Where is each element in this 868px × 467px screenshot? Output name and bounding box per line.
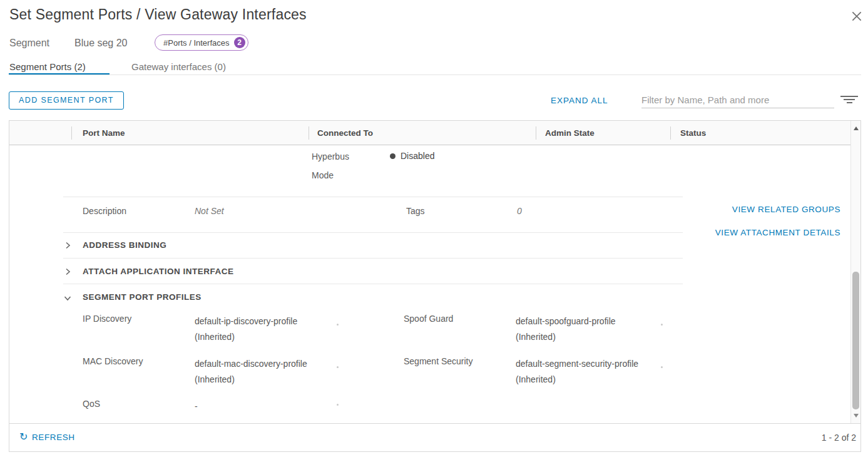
hyperbus-mode-value-text: Disabled (401, 151, 434, 161)
vertical-scrollbar[interactable] (850, 121, 860, 423)
profile-marker-dot (337, 324, 339, 326)
spoof-guard-value: default-spoofguard-profile (Inherited) (516, 314, 648, 345)
chip-label: #Ports / Interfaces (163, 38, 230, 48)
pagination-text: 1 - 2 of 2 (822, 433, 856, 443)
divider (63, 284, 683, 284)
tab-segment-ports[interactable]: Segment Ports (2) (9, 61, 86, 72)
tabs-divider (9, 74, 861, 75)
profile-marker-dot (337, 366, 339, 368)
set-segment-ports-dialog: Set Segment Ports / View Gateway Interfa… (0, 0, 868, 467)
tags-label: Tags (406, 206, 425, 216)
tab-gateway-interfaces[interactable]: Gateway interfaces (0) (131, 61, 226, 72)
segment-label: Segment (9, 38, 49, 49)
profile-marker-dot (661, 366, 663, 368)
chevron-down-icon[interactable] (63, 294, 72, 302)
column-header-status[interactable]: Status (680, 128, 706, 138)
column-separator (536, 126, 536, 140)
segment-security-value: default-segment-security-profile (Inheri… (516, 356, 648, 387)
filter-input[interactable] (641, 92, 834, 108)
mac-discovery-label: MAC Discovery (83, 356, 143, 366)
close-icon[interactable] (850, 10, 863, 23)
ip-discovery-label: IP Discovery (83, 314, 131, 324)
table-footer: ↻ REFRESH 1 - 2 of 2 (9, 423, 860, 451)
view-attachment-details-link[interactable]: VIEW ATTACHMENT DETAILS (715, 228, 840, 237)
divider (63, 232, 683, 233)
refresh-label: REFRESH (32, 433, 75, 442)
section-attach-application-interface[interactable]: ATTACH APPLICATION INTERFACE (83, 267, 234, 276)
profile-marker-dot (661, 324, 663, 326)
expand-all-link[interactable]: EXPAND ALL (551, 96, 608, 105)
tags-value: 0 (517, 206, 522, 216)
profile-marker-dot (337, 404, 339, 406)
filter-icon[interactable] (840, 96, 859, 105)
disabled-status-dot-icon (390, 153, 396, 159)
hyperbus-mode-value: Disabled (390, 151, 434, 161)
ports-interfaces-chip[interactable]: #Ports / Interfaces 2 (155, 34, 248, 51)
segment-security-label: Segment Security (404, 356, 473, 366)
refresh-icon: ↻ (19, 432, 28, 442)
section-segment-port-profiles[interactable]: SEGMENT PORT PROFILES (83, 292, 202, 302)
section-address-binding[interactable]: ADDRESS BINDING (83, 240, 166, 250)
chevron-right-icon[interactable] (63, 267, 72, 276)
column-header-port-name[interactable]: Port Name (83, 128, 125, 138)
column-separator (670, 126, 671, 140)
refresh-button[interactable]: ↻ REFRESH (19, 432, 75, 442)
page-title: Set Segment Ports / View Gateway Interfa… (9, 6, 307, 23)
description-value: Not Set (195, 206, 224, 216)
qos-label: QoS (83, 399, 100, 409)
view-related-groups-link[interactable]: VIEW RELATED GROUPS (732, 205, 840, 214)
scroll-down-arrow-icon[interactable] (854, 414, 859, 418)
column-header-admin-state[interactable]: Admin State (545, 128, 595, 138)
divider (63, 258, 683, 259)
column-separator (309, 126, 309, 140)
column-separator (71, 126, 72, 140)
spoof-guard-label: Spoof Guard (404, 314, 453, 324)
scrollbar-thumb[interactable] (852, 272, 859, 409)
description-label: Description (83, 206, 126, 216)
divider (63, 197, 683, 197)
chevron-right-icon[interactable] (63, 241, 72, 250)
add-segment-port-button[interactable]: ADD SEGMENT PORT (9, 91, 124, 110)
ip-discovery-value: default-ip-discovery-profile (Inherited) (195, 314, 327, 345)
chip-count-badge: 2 (234, 37, 245, 48)
mac-discovery-value: default-mac-discovery-profile (Inherited… (195, 356, 327, 387)
segment-ports-table: Port Name Connected To Admin State Statu… (9, 120, 861, 452)
segment-name: Blue seg 20 (74, 38, 128, 49)
hyperbus-mode-label: Hyperbus Mode (312, 147, 369, 185)
qos-value: - (195, 399, 327, 414)
scroll-up-arrow-icon[interactable] (854, 126, 859, 130)
column-header-connected-to[interactable]: Connected To (317, 128, 373, 138)
table-header: Port Name Connected To Admin State Statu… (9, 121, 860, 145)
